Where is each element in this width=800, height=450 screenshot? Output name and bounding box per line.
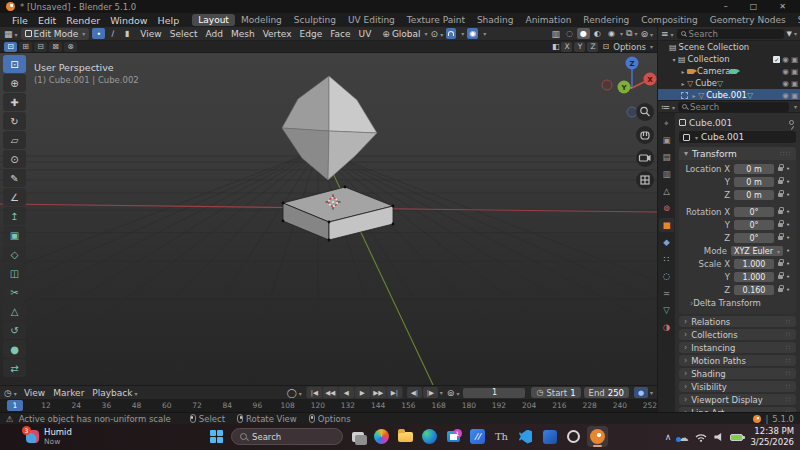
animate-dot-icon[interactable]: • [783, 191, 793, 199]
play-reverse-button[interactable]: ◀ [339, 387, 354, 398]
animate-dot-icon[interactable]: • [783, 260, 793, 268]
viewport-menu-select[interactable]: Select [166, 29, 202, 39]
current-frame-indicator[interactable]: 1 [7, 400, 23, 411]
panel-grip-icon[interactable]: ∷ [786, 357, 791, 365]
shading-solid-button[interactable]: ● [577, 28, 590, 39]
tab-scripting[interactable]: Scripting [792, 14, 800, 26]
hide-viewport-icon[interactable]: ◉ [782, 91, 789, 100]
hide-viewport-icon[interactable]: ◉ [782, 79, 789, 88]
output-properties-tab[interactable]: ▤ [659, 150, 674, 164]
end-frame-field[interactable]: End250 [584, 387, 629, 398]
select-mode-invert-button[interactable]: ⊠ [49, 42, 62, 52]
viewport-menu-view[interactable]: View [136, 29, 165, 39]
outliner-row-collection[interactable]: ▾▤Collection✓◉▣ [658, 53, 800, 65]
movies-app-button[interactable] [467, 426, 488, 447]
cursor-tool[interactable]: ⊕ [3, 74, 26, 92]
viewport-menu-uv[interactable]: UV [355, 29, 376, 39]
vscode-app-button[interactable] [515, 426, 536, 447]
start-frame-field[interactable]: ◷ Start1 [531, 387, 580, 398]
viewport-menu-vertex[interactable]: Vertex [259, 29, 296, 39]
rotation-0-field[interactable]: 0° [734, 207, 774, 217]
expand-icon[interactable]: ▸ [679, 80, 687, 87]
blender-app-button[interactable] [587, 426, 608, 447]
snap-toggle[interactable] [446, 28, 456, 39]
store-app-button[interactable]: 1 [443, 426, 464, 447]
panel-grip-icon[interactable]: ∷ [786, 331, 791, 339]
start-button[interactable] [206, 426, 227, 447]
tool-properties-tab[interactable]: ⌖ [659, 116, 674, 130]
tab-shading[interactable]: Shading [471, 14, 520, 26]
scale-0-field[interactable]: 1.000 [734, 259, 774, 269]
edge-app-button[interactable] [419, 426, 440, 447]
location-2-field[interactable]: 0 m [734, 190, 774, 200]
text-app-app-button[interactable]: Th [491, 426, 512, 447]
lock-icon[interactable] [778, 223, 783, 227]
minimize-button[interactable]: – [724, 2, 728, 11]
loop-app-button[interactable] [563, 426, 584, 447]
loop-cut-tool[interactable]: ◫ [3, 264, 26, 282]
mirror-x-button[interactable]: X [561, 42, 572, 52]
lock-icon[interactable] [778, 210, 783, 214]
rotation-mode-dropdown[interactable]: XYZ Euler▾ [731, 246, 783, 256]
mirror-z-button[interactable]: Z [587, 42, 598, 52]
lock-icon[interactable] [778, 236, 783, 240]
hide-viewport-icon[interactable]: ◉ [782, 55, 789, 64]
particles-properties-tab[interactable]: ∷ [659, 252, 674, 266]
record-icon[interactable]: ◯▾ [287, 388, 302, 398]
menu-file[interactable]: File [7, 15, 33, 26]
knife-tool[interactable]: ✂ [3, 283, 26, 301]
object-data-properties-tab[interactable]: ▽ [659, 303, 674, 317]
constraints-properties-tab[interactable]: ≍ [659, 286, 674, 300]
outliner-row-cube[interactable]: ▸▽Cube▽◉▣ [658, 77, 800, 89]
animate-dot-icon[interactable]: • [783, 221, 793, 229]
rotation-2-field[interactable]: 0° [734, 233, 774, 243]
pan-hand-icon[interactable] [636, 126, 654, 144]
animate-dot-icon[interactable]: • [783, 178, 793, 186]
mirror-y-button[interactable]: Y [574, 42, 585, 52]
measure-tool[interactable]: ∠ [3, 188, 26, 206]
overlays-dropdown[interactable]: ⧉▾ [626, 28, 637, 39]
editor-type-icon[interactable]: ▦▾ [4, 29, 18, 39]
select-mode-new-button[interactable]: ⊡ [4, 42, 17, 52]
disable-render-icon[interactable]: ▣ [791, 67, 798, 76]
animate-dot-icon[interactable]: • [783, 165, 793, 173]
frame-prev-button[interactable]: ◀| [407, 387, 422, 398]
disable-render-icon[interactable]: ▣ [791, 55, 798, 64]
shading-wireframe-button[interactable]: ◌ [563, 28, 576, 39]
tab-compositing[interactable]: Compositing [635, 14, 703, 26]
section-relations[interactable]: ›Relations∷ [679, 316, 796, 327]
spin-tool[interactable]: ↺ [3, 321, 26, 339]
smooth-tool[interactable]: ● [3, 340, 26, 358]
jump-end-button[interactable]: ▶| [387, 387, 402, 398]
select-mode-intersect-button[interactable]: ⊗ [64, 42, 77, 52]
panel-grip-icon[interactable]: ∷ [786, 396, 791, 404]
view-layer-properties-tab[interactable]: ▥ [659, 167, 674, 181]
modifiers-properties-tab[interactable]: ◆ [659, 235, 674, 249]
disable-render-icon[interactable]: ▣ [791, 91, 798, 100]
section-viewport-display[interactable]: ›Viewport Display∷ [679, 394, 796, 405]
scale-1-field[interactable]: 1.000 [734, 272, 774, 282]
scale-2-field[interactable]: 0.160 [734, 285, 774, 295]
mode-dropdown[interactable]: Edit Mode▾ [21, 28, 90, 40]
gizmos-dropdown[interactable]: ⊚▾ [640, 29, 653, 39]
onedrive-icon[interactable]: ☁ [678, 432, 688, 443]
bevel-tool[interactable]: ◇ [3, 245, 26, 263]
section-shading[interactable]: ›Shading∷ [679, 368, 796, 379]
material-properties-tab[interactable]: ◑ [659, 320, 674, 334]
timeline-menu-view[interactable]: View [20, 388, 49, 398]
select-box-tool[interactable]: ⊡ [3, 55, 26, 73]
outliner-search-input[interactable]: Search [677, 29, 784, 39]
clock-widget[interactable]: 12:38 PM 3/25/2026 [750, 426, 794, 448]
next-keyframe-button[interactable]: ▶▶ [371, 387, 386, 398]
edge-slide-tool[interactable]: ⇄ [3, 359, 26, 377]
menu-help[interactable]: Help [153, 15, 185, 26]
dev-app-app-button[interactable] [539, 426, 560, 447]
expand-icon[interactable]: ▾ [670, 56, 678, 63]
section-instancing[interactable]: ›Instancing∷ [679, 342, 796, 353]
tab-geometry-nodes[interactable]: Geometry Nodes [704, 14, 792, 26]
outliner-row-camera[interactable]: ▸Camera◉▣ [658, 65, 800, 77]
lock-icon[interactable] [778, 193, 783, 197]
gizmo-neg-z[interactable] [627, 107, 637, 117]
face-select-mode-button[interactable]: ▮ [120, 28, 133, 39]
section-collections[interactable]: ›Collections∷ [679, 329, 796, 340]
